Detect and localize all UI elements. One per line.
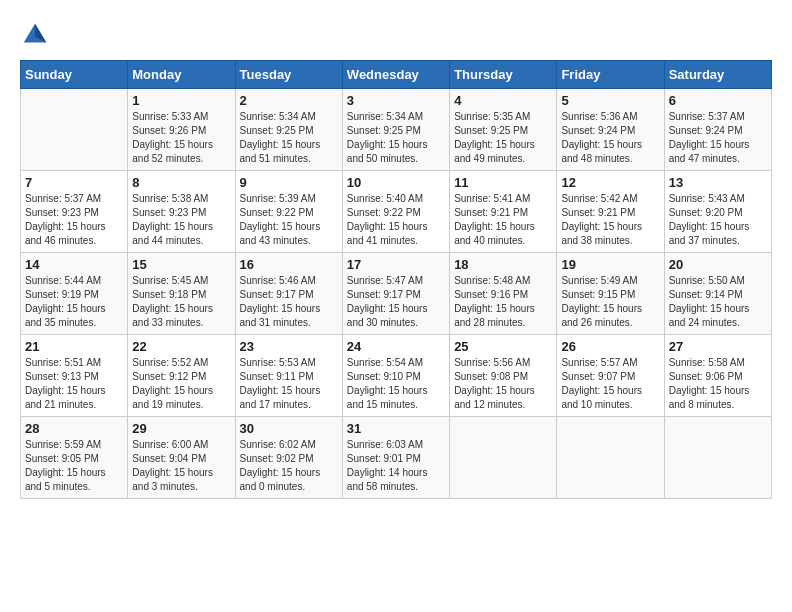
header-sunday: Sunday xyxy=(21,61,128,89)
day-cell: 16Sunrise: 5:46 AM Sunset: 9:17 PM Dayli… xyxy=(235,253,342,335)
day-info: Sunrise: 5:40 AM Sunset: 9:22 PM Dayligh… xyxy=(347,192,445,248)
day-number: 28 xyxy=(25,421,123,436)
day-cell: 23Sunrise: 5:53 AM Sunset: 9:11 PM Dayli… xyxy=(235,335,342,417)
day-info: Sunrise: 5:41 AM Sunset: 9:21 PM Dayligh… xyxy=(454,192,552,248)
day-number: 9 xyxy=(240,175,338,190)
day-number: 31 xyxy=(347,421,445,436)
day-info: Sunrise: 5:33 AM Sunset: 9:26 PM Dayligh… xyxy=(132,110,230,166)
day-cell: 29Sunrise: 6:00 AM Sunset: 9:04 PM Dayli… xyxy=(128,417,235,499)
day-number: 22 xyxy=(132,339,230,354)
day-number: 21 xyxy=(25,339,123,354)
day-number: 3 xyxy=(347,93,445,108)
day-info: Sunrise: 5:56 AM Sunset: 9:08 PM Dayligh… xyxy=(454,356,552,412)
day-cell xyxy=(450,417,557,499)
day-cell: 27Sunrise: 5:58 AM Sunset: 9:06 PM Dayli… xyxy=(664,335,771,417)
day-cell: 15Sunrise: 5:45 AM Sunset: 9:18 PM Dayli… xyxy=(128,253,235,335)
day-number: 16 xyxy=(240,257,338,272)
day-info: Sunrise: 5:43 AM Sunset: 9:20 PM Dayligh… xyxy=(669,192,767,248)
header-wednesday: Wednesday xyxy=(342,61,449,89)
day-cell: 2Sunrise: 5:34 AM Sunset: 9:25 PM Daylig… xyxy=(235,89,342,171)
day-number: 13 xyxy=(669,175,767,190)
header-monday: Monday xyxy=(128,61,235,89)
header-row: SundayMondayTuesdayWednesdayThursdayFrid… xyxy=(21,61,772,89)
day-cell: 4Sunrise: 5:35 AM Sunset: 9:25 PM Daylig… xyxy=(450,89,557,171)
day-info: Sunrise: 6:00 AM Sunset: 9:04 PM Dayligh… xyxy=(132,438,230,494)
day-info: Sunrise: 5:58 AM Sunset: 9:06 PM Dayligh… xyxy=(669,356,767,412)
day-number: 20 xyxy=(669,257,767,272)
day-info: Sunrise: 5:50 AM Sunset: 9:14 PM Dayligh… xyxy=(669,274,767,330)
day-cell: 6Sunrise: 5:37 AM Sunset: 9:24 PM Daylig… xyxy=(664,89,771,171)
day-info: Sunrise: 5:37 AM Sunset: 9:24 PM Dayligh… xyxy=(669,110,767,166)
day-number: 24 xyxy=(347,339,445,354)
day-cell: 14Sunrise: 5:44 AM Sunset: 9:19 PM Dayli… xyxy=(21,253,128,335)
day-info: Sunrise: 5:35 AM Sunset: 9:25 PM Dayligh… xyxy=(454,110,552,166)
day-cell: 22Sunrise: 5:52 AM Sunset: 9:12 PM Dayli… xyxy=(128,335,235,417)
day-cell: 8Sunrise: 5:38 AM Sunset: 9:23 PM Daylig… xyxy=(128,171,235,253)
day-number: 15 xyxy=(132,257,230,272)
day-number: 14 xyxy=(25,257,123,272)
day-info: Sunrise: 5:57 AM Sunset: 9:07 PM Dayligh… xyxy=(561,356,659,412)
day-cell: 7Sunrise: 5:37 AM Sunset: 9:23 PM Daylig… xyxy=(21,171,128,253)
day-info: Sunrise: 5:49 AM Sunset: 9:15 PM Dayligh… xyxy=(561,274,659,330)
logo-icon xyxy=(20,20,50,50)
day-number: 18 xyxy=(454,257,552,272)
day-cell: 13Sunrise: 5:43 AM Sunset: 9:20 PM Dayli… xyxy=(664,171,771,253)
week-row-4: 21Sunrise: 5:51 AM Sunset: 9:13 PM Dayli… xyxy=(21,335,772,417)
day-number: 11 xyxy=(454,175,552,190)
day-number: 29 xyxy=(132,421,230,436)
day-cell: 1Sunrise: 5:33 AM Sunset: 9:26 PM Daylig… xyxy=(128,89,235,171)
calendar-table: SundayMondayTuesdayWednesdayThursdayFrid… xyxy=(20,60,772,499)
day-cell: 11Sunrise: 5:41 AM Sunset: 9:21 PM Dayli… xyxy=(450,171,557,253)
day-number: 26 xyxy=(561,339,659,354)
day-cell: 26Sunrise: 5:57 AM Sunset: 9:07 PM Dayli… xyxy=(557,335,664,417)
day-number: 7 xyxy=(25,175,123,190)
header-saturday: Saturday xyxy=(664,61,771,89)
day-info: Sunrise: 5:38 AM Sunset: 9:23 PM Dayligh… xyxy=(132,192,230,248)
day-info: Sunrise: 5:45 AM Sunset: 9:18 PM Dayligh… xyxy=(132,274,230,330)
day-info: Sunrise: 5:48 AM Sunset: 9:16 PM Dayligh… xyxy=(454,274,552,330)
day-cell: 5Sunrise: 5:36 AM Sunset: 9:24 PM Daylig… xyxy=(557,89,664,171)
day-info: Sunrise: 5:37 AM Sunset: 9:23 PM Dayligh… xyxy=(25,192,123,248)
day-info: Sunrise: 5:53 AM Sunset: 9:11 PM Dayligh… xyxy=(240,356,338,412)
day-cell: 21Sunrise: 5:51 AM Sunset: 9:13 PM Dayli… xyxy=(21,335,128,417)
day-cell xyxy=(21,89,128,171)
day-number: 4 xyxy=(454,93,552,108)
week-row-3: 14Sunrise: 5:44 AM Sunset: 9:19 PM Dayli… xyxy=(21,253,772,335)
day-number: 1 xyxy=(132,93,230,108)
day-info: Sunrise: 5:34 AM Sunset: 9:25 PM Dayligh… xyxy=(240,110,338,166)
day-cell: 24Sunrise: 5:54 AM Sunset: 9:10 PM Dayli… xyxy=(342,335,449,417)
week-row-2: 7Sunrise: 5:37 AM Sunset: 9:23 PM Daylig… xyxy=(21,171,772,253)
day-info: Sunrise: 5:51 AM Sunset: 9:13 PM Dayligh… xyxy=(25,356,123,412)
header-friday: Friday xyxy=(557,61,664,89)
day-info: Sunrise: 5:47 AM Sunset: 9:17 PM Dayligh… xyxy=(347,274,445,330)
day-cell: 30Sunrise: 6:02 AM Sunset: 9:02 PM Dayli… xyxy=(235,417,342,499)
day-number: 17 xyxy=(347,257,445,272)
header-tuesday: Tuesday xyxy=(235,61,342,89)
day-cell: 17Sunrise: 5:47 AM Sunset: 9:17 PM Dayli… xyxy=(342,253,449,335)
day-info: Sunrise: 5:42 AM Sunset: 9:21 PM Dayligh… xyxy=(561,192,659,248)
day-info: Sunrise: 5:54 AM Sunset: 9:10 PM Dayligh… xyxy=(347,356,445,412)
day-info: Sunrise: 5:52 AM Sunset: 9:12 PM Dayligh… xyxy=(132,356,230,412)
day-number: 23 xyxy=(240,339,338,354)
day-info: Sunrise: 5:46 AM Sunset: 9:17 PM Dayligh… xyxy=(240,274,338,330)
logo xyxy=(20,20,56,50)
day-cell: 9Sunrise: 5:39 AM Sunset: 9:22 PM Daylig… xyxy=(235,171,342,253)
day-cell: 25Sunrise: 5:56 AM Sunset: 9:08 PM Dayli… xyxy=(450,335,557,417)
day-cell: 3Sunrise: 5:34 AM Sunset: 9:25 PM Daylig… xyxy=(342,89,449,171)
day-cell: 12Sunrise: 5:42 AM Sunset: 9:21 PM Dayli… xyxy=(557,171,664,253)
day-number: 6 xyxy=(669,93,767,108)
day-cell: 28Sunrise: 5:59 AM Sunset: 9:05 PM Dayli… xyxy=(21,417,128,499)
day-info: Sunrise: 6:03 AM Sunset: 9:01 PM Dayligh… xyxy=(347,438,445,494)
week-row-5: 28Sunrise: 5:59 AM Sunset: 9:05 PM Dayli… xyxy=(21,417,772,499)
day-cell: 20Sunrise: 5:50 AM Sunset: 9:14 PM Dayli… xyxy=(664,253,771,335)
day-cell xyxy=(664,417,771,499)
day-number: 5 xyxy=(561,93,659,108)
header-thursday: Thursday xyxy=(450,61,557,89)
page-header xyxy=(20,20,772,50)
day-info: Sunrise: 5:34 AM Sunset: 9:25 PM Dayligh… xyxy=(347,110,445,166)
week-row-1: 1Sunrise: 5:33 AM Sunset: 9:26 PM Daylig… xyxy=(21,89,772,171)
day-info: Sunrise: 6:02 AM Sunset: 9:02 PM Dayligh… xyxy=(240,438,338,494)
day-number: 2 xyxy=(240,93,338,108)
day-cell xyxy=(557,417,664,499)
day-info: Sunrise: 5:59 AM Sunset: 9:05 PM Dayligh… xyxy=(25,438,123,494)
